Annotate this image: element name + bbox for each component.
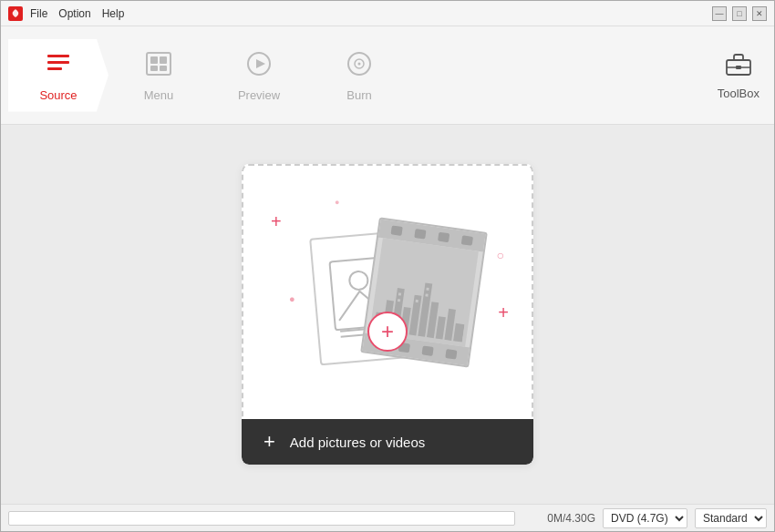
svg-rect-34 — [416, 300, 418, 302]
size-indicator: 0M/4.30G — [522, 512, 595, 525]
svg-rect-0 — [47, 55, 69, 57]
deco-dot-2: ○ — [497, 248, 504, 262]
deco-plus-1: + — [271, 211, 282, 232]
source-icon — [44, 49, 73, 85]
svg-point-12 — [358, 62, 361, 65]
menu-option[interactable]: Option — [58, 7, 90, 20]
film-perf — [414, 229, 426, 240]
svg-rect-4 — [150, 56, 158, 64]
svg-rect-32 — [426, 288, 429, 291]
title-bar-menu: File Option Help — [30, 7, 124, 20]
toolbox-button[interactable]: ToolBox — [718, 51, 760, 100]
nav-steps: Source Menu — [8, 39, 409, 112]
drop-zone: + ● ○ + ● — [242, 164, 533, 465]
maximize-button[interactable]: □ — [732, 6, 747, 21]
svg-rect-2 — [47, 67, 62, 70]
svg-rect-31 — [398, 299, 400, 302]
svg-rect-33 — [425, 293, 428, 296]
drop-zone-inner[interactable]: + ● ○ + ● — [242, 164, 533, 419]
film-perf — [421, 345, 433, 356]
close-button[interactable]: ✕ — [752, 6, 767, 21]
menu-icon — [144, 49, 173, 85]
film-perf — [445, 349, 457, 360]
toolbox-label: ToolBox — [718, 87, 760, 100]
menu-file[interactable]: File — [30, 7, 47, 20]
film-perf — [438, 232, 450, 243]
svg-rect-30 — [398, 292, 401, 295]
main-content: + ● ○ + ● — [1, 125, 774, 504]
toolbox-icon — [725, 51, 752, 83]
app-icon — [8, 6, 23, 21]
title-bar: File Option Help — □ ✕ — [1, 1, 774, 26]
svg-rect-29 — [453, 323, 464, 343]
status-bar: 0M/4.30G DVD (4.7G) BD (25G) Standard Hi… — [1, 504, 774, 531]
svg-rect-7 — [160, 66, 167, 71]
nav-step-burn[interactable]: Burn — [309, 39, 409, 112]
add-media-circle: + — [367, 312, 408, 352]
preview-icon — [244, 49, 274, 85]
minimize-button[interactable]: — — [712, 6, 727, 21]
nav-step-menu[interactable]: Menu — [108, 39, 209, 112]
burn-label: Burn — [346, 88, 371, 102]
nav-step-preview[interactable]: Preview — [209, 39, 309, 112]
source-label: Source — [39, 88, 77, 102]
title-bar-left: File Option Help — [8, 6, 124, 21]
deco-dot-1: ● — [289, 293, 295, 304]
burn-icon — [345, 49, 374, 85]
add-plus-icon: + — [264, 432, 275, 452]
menu-help[interactable]: Help — [102, 7, 125, 20]
film-perf — [461, 235, 473, 246]
svg-marker-9 — [256, 59, 265, 68]
disc-type-dropdown[interactable]: DVD (4.7G) BD (25G) — [603, 508, 687, 528]
nav-step-source[interactable]: Source — [8, 39, 108, 112]
svg-rect-6 — [150, 66, 158, 71]
quality-dropdown[interactable]: Standard High Low — [695, 508, 767, 528]
toolbar: Source Menu — [1, 26, 774, 125]
deco-plus-2: + — [498, 302, 509, 323]
add-media-label: Add pictures or videos — [290, 435, 425, 450]
svg-rect-1 — [47, 61, 69, 64]
add-media-button[interactable]: + Add pictures or videos — [242, 419, 533, 465]
progress-bar — [8, 511, 515, 526]
svg-rect-27 — [436, 316, 446, 339]
svg-rect-3 — [147, 53, 170, 75]
deco-dot-3: ● — [335, 198, 339, 207]
svg-rect-5 — [160, 56, 167, 64]
film-perf — [391, 225, 403, 236]
menu-label: Menu — [144, 88, 174, 102]
title-bar-controls: — □ ✕ — [712, 6, 767, 21]
svg-point-17 — [349, 271, 369, 291]
preview-label: Preview — [238, 88, 280, 102]
svg-rect-15 — [736, 66, 741, 69]
illustration: + — [296, 215, 479, 379]
